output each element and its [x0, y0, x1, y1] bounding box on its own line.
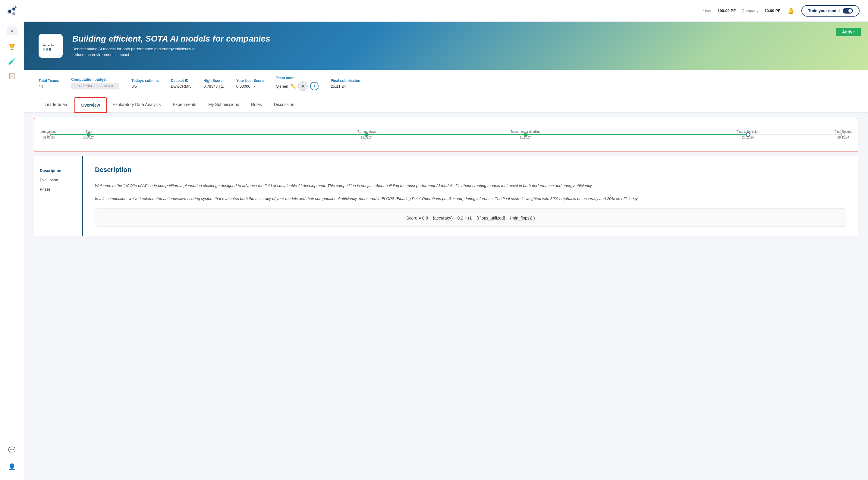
tab-rules[interactable]: Rules	[245, 97, 268, 113]
stat-dataset-id: Dataset ID DwwCRMI5	[171, 78, 192, 89]
toggle-icon	[843, 8, 853, 13]
tab-my-submissions[interactable]: My Submissions	[202, 97, 245, 113]
tab-leaderboard[interactable]: Leaderboard	[38, 97, 74, 113]
company-label: Company	[742, 8, 758, 13]
add-member-button[interactable]: +	[310, 82, 318, 90]
dataset-id-label: Dataset ID	[171, 78, 192, 83]
hero-subtitle: Benchmarking AI models for both performa…	[72, 46, 199, 58]
competition-logo: tracebloc	[38, 34, 63, 58]
computation-used-text: 0F of 200.00 PF utilized	[78, 84, 113, 88]
sidebar-item-prizes[interactable]: Prizes	[40, 184, 76, 194]
stat-high-score: High Score 0.78343 | 1.	[204, 78, 224, 89]
stats-bar: Total Teams 44 Computation budget 0F of …	[24, 70, 868, 97]
tab-discussion[interactable]: Discussion	[268, 97, 301, 113]
total-teams-value: 44	[38, 84, 59, 89]
timeline-date-announced: 01.08.24	[43, 136, 55, 139]
avatar: A	[298, 81, 308, 91]
tab-experiments[interactable]: Experiments	[167, 97, 202, 113]
timeline-date-start: 06.08.24	[83, 136, 94, 139]
svg-text:tracebloc: tracebloc	[43, 44, 55, 47]
hero-text: Building efficient, SOTA AI models for c…	[72, 34, 270, 58]
stat-todays-submits: Todays submits 0/5	[131, 78, 158, 89]
sidebar-toggle[interactable]: »	[7, 27, 18, 35]
final-submission-label: Final submission	[331, 78, 360, 83]
your-best-score-label: Your best Score	[236, 78, 264, 83]
stat-final-submission: Final submission 25.11.24	[331, 78, 360, 89]
todays-submits-value: 0/5	[131, 84, 158, 89]
computation-bar: 0F of 200.00 PF utilized	[71, 83, 119, 90]
svg-point-6	[43, 48, 45, 50]
timeline-label-start: Start	[85, 130, 92, 133]
hero-title: Building efficient, SOTA AI models for c…	[72, 34, 270, 44]
timeline-date-71days: 16.09.24	[361, 136, 373, 139]
timeline-track: 01.08.24 Announced 06.08.24 Start 16.09.…	[49, 126, 843, 144]
team-name-value: Qishen	[276, 84, 288, 89]
sidebar: β » 🏆 🧪 📋 💬 👤	[0, 0, 24, 246]
user-credits: 100.00 PF	[718, 8, 736, 13]
description-title: Description	[95, 166, 846, 174]
topbar: User 100.00 PF Company 10.00 PF 🔔 Train …	[24, 0, 868, 22]
content-main: Description Welcome to the "gCO2e of AI"…	[82, 156, 858, 236]
formula-text: Score = 0.8 × {accuracy} + 0.2 × (1 − ({…	[406, 216, 535, 220]
timeline-label-final-results: Final Results	[835, 130, 852, 133]
dataset-id-value: DwwCRMI5	[171, 84, 192, 89]
timeline-label-merger: Team merger deadline	[510, 130, 541, 133]
svg-point-3	[12, 12, 16, 15]
stat-team-name: Team name Qishen ✏️ A +	[276, 76, 318, 91]
timeline-label-announced: Announced	[41, 130, 57, 133]
content-area: Description Evaluation Prizes Descriptio…	[34, 156, 858, 236]
avatar-section: A +	[298, 81, 318, 91]
total-teams-label: Total Teams	[38, 78, 59, 83]
team-name-row: Qishen ✏️ A +	[276, 81, 318, 91]
stat-total-teams: Total Teams 44	[38, 78, 59, 89]
timeline-label-final-sub: Final submission	[737, 130, 759, 133]
stat-computation-budget: Computation budget 0F of 200.00 PF utili…	[71, 77, 119, 90]
timeline-date-final-results: 29.11.24	[838, 136, 849, 139]
todays-submits-label: Todays submits	[131, 78, 158, 83]
sidebar-item-evaluation[interactable]: Evaluation	[40, 175, 76, 184]
svg-point-7	[46, 48, 48, 50]
tab-eda[interactable]: Exploratory Data Analysis	[107, 97, 167, 113]
svg-text:β: β	[15, 6, 17, 8]
timeline-label-71days: 71 more days	[358, 130, 376, 133]
formula-box: Score = 0.8 × {accuracy} + 0.2 × (1 − ({…	[95, 208, 846, 227]
stat-your-best-score: Your best Score 0.00000 | -	[236, 78, 264, 89]
timeline-progress	[49, 134, 748, 135]
sidebar-doc-icon[interactable]: 📋	[6, 70, 18, 82]
your-best-score-value: 0.00000 | -	[236, 84, 264, 89]
final-submission-value: 25.11.24	[331, 84, 360, 89]
content-sidebar: Description Evaluation Prizes	[34, 156, 82, 236]
high-score-label: High Score	[204, 78, 224, 83]
timeline-section: 01.08.24 Announced 06.08.24 Start 16.09.…	[34, 118, 858, 151]
description-para2: In this competition, we've implemented a…	[95, 195, 846, 202]
computation-budget-label: Computation budget	[71, 77, 119, 81]
edit-team-name-icon[interactable]: ✏️	[290, 84, 296, 89]
team-name-label: Team name	[276, 76, 318, 80]
user-label: User	[703, 8, 711, 13]
tab-overview[interactable]: Overview	[74, 97, 106, 113]
high-score-value: 0.78343 | 1.	[204, 84, 224, 89]
description-para1: Welcome to the "gCO2e of AI" code compet…	[95, 182, 846, 189]
status-badge: Active	[836, 28, 861, 36]
sidebar-trophy-icon[interactable]: 🏆	[6, 41, 18, 53]
sidebar-item-description[interactable]: Description	[40, 166, 76, 175]
sidebar-logo: β	[5, 5, 19, 19]
main-content: tracebloc Building efficient, SOTA AI mo…	[24, 0, 868, 236]
train-model-button[interactable]: Train your model	[801, 5, 860, 16]
company-credits: 10.00 PF	[764, 8, 780, 13]
tabs-row: Leaderboard Overview Exploratory Data An…	[24, 97, 868, 113]
topbar-credits: User 100.00 PF Company 10.00 PF	[703, 8, 780, 13]
timeline-date-final-sub: 25.11.24	[742, 136, 754, 139]
svg-point-1	[8, 10, 11, 13]
hero-banner: tracebloc Building efficient, SOTA AI mo…	[24, 22, 868, 70]
notification-bell-icon[interactable]: 🔔	[787, 7, 794, 14]
sidebar-lab-icon[interactable]: 🧪	[6, 56, 18, 67]
svg-point-8	[49, 48, 51, 50]
timeline-date-merger: 11.10.24	[520, 136, 531, 139]
